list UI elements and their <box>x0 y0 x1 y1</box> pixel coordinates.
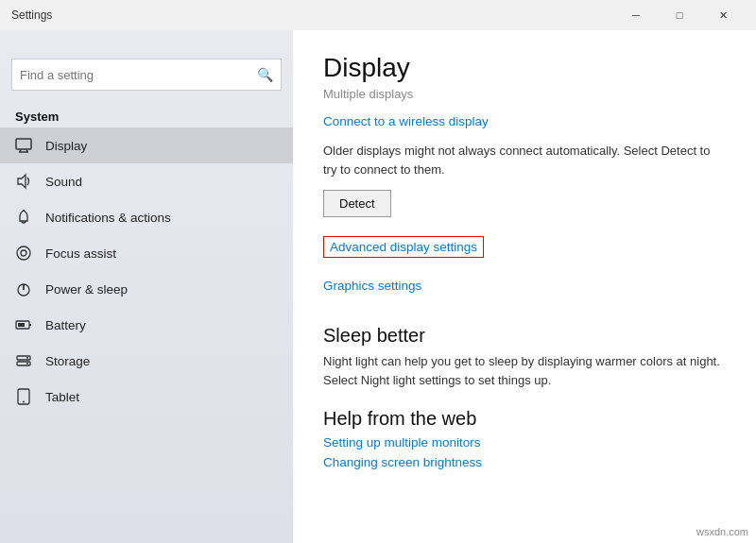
sidebar-item-power-label: Power & sleep <box>45 282 128 297</box>
maximize-button[interactable]: □ <box>658 0 701 30</box>
sidebar-item-storage[interactable]: Storage <box>0 343 293 379</box>
sidebar-item-notifications[interactable]: Notifications & actions <box>0 199 293 235</box>
connect-wireless-link[interactable]: Connect to a wireless display <box>323 114 489 128</box>
sound-icon <box>15 173 32 190</box>
sleep-section-text: Night light can help you get to sleep by… <box>323 352 726 389</box>
web-section-title: Help from the web <box>323 408 726 430</box>
app-body: 🔍 System Display Sou <box>0 30 756 543</box>
sidebar: 🔍 System Display Sou <box>0 30 293 543</box>
titlebar: Settings ─ □ ✕ <box>0 0 756 30</box>
storage-icon <box>15 352 32 369</box>
battery-icon <box>15 316 32 333</box>
web-link-monitors[interactable]: Setting up multiple monitors <box>323 435 726 450</box>
titlebar-controls: ─ □ ✕ <box>614 0 745 30</box>
notifications-icon <box>15 209 32 226</box>
svg-marker-4 <box>18 175 26 188</box>
titlebar-title: Settings <box>11 8 614 22</box>
sidebar-item-battery-label: Battery <box>45 318 86 332</box>
sidebar-item-tablet[interactable]: Tablet <box>0 379 293 415</box>
sidebar-item-battery[interactable]: Battery <box>0 307 293 343</box>
sidebar-section-title: System <box>0 102 293 127</box>
sidebar-item-sound-label: Sound <box>45 175 82 189</box>
sleep-section-title: Sleep better <box>323 325 726 347</box>
sidebar-item-focus-label: Focus assist <box>45 246 116 261</box>
svg-rect-11 <box>29 324 31 326</box>
web-link-brightness[interactable]: Changing screen brightness <box>323 455 726 469</box>
sidebar-item-sound[interactable]: Sound <box>0 163 293 199</box>
svg-point-15 <box>26 357 28 359</box>
close-button[interactable]: ✕ <box>701 0 745 30</box>
sidebar-item-storage-label: Storage <box>45 354 90 368</box>
svg-point-16 <box>26 363 28 365</box>
older-displays-info: Older displays might not always connect … <box>323 142 726 178</box>
page-title: Display <box>323 53 726 83</box>
sidebar-item-display-label: Display <box>45 139 87 153</box>
sidebar-header <box>0 30 293 53</box>
focus-icon <box>15 245 32 262</box>
detect-button[interactable]: Detect <box>323 190 391 217</box>
content-area: Display Multiple displays Connect to a w… <box>293 30 756 543</box>
sidebar-item-notifications-label: Notifications & actions <box>45 211 171 225</box>
sidebar-item-display[interactable]: Display <box>0 127 293 163</box>
sidebar-item-tablet-label: Tablet <box>45 390 79 404</box>
display-icon <box>15 137 32 154</box>
graphics-settings-link[interactable]: Graphics settings <box>323 279 421 293</box>
section-scroll-hint: Multiple displays <box>323 87 726 101</box>
minimize-button[interactable]: ─ <box>614 0 658 30</box>
search-input[interactable] <box>20 68 257 82</box>
power-icon <box>15 280 32 297</box>
search-icon: 🔍 <box>257 67 273 82</box>
svg-rect-0 <box>16 139 31 149</box>
sidebar-item-focus[interactable]: Focus assist <box>0 235 293 271</box>
svg-point-6 <box>17 246 30 260</box>
sidebar-item-power[interactable]: Power & sleep <box>0 271 293 307</box>
svg-point-7 <box>21 250 26 256</box>
svg-point-18 <box>23 401 25 403</box>
advanced-display-settings-link[interactable]: Advanced display settings <box>323 236 484 258</box>
search-box[interactable]: 🔍 <box>11 59 282 91</box>
tablet-icon <box>15 388 32 405</box>
svg-rect-12 <box>18 323 25 327</box>
